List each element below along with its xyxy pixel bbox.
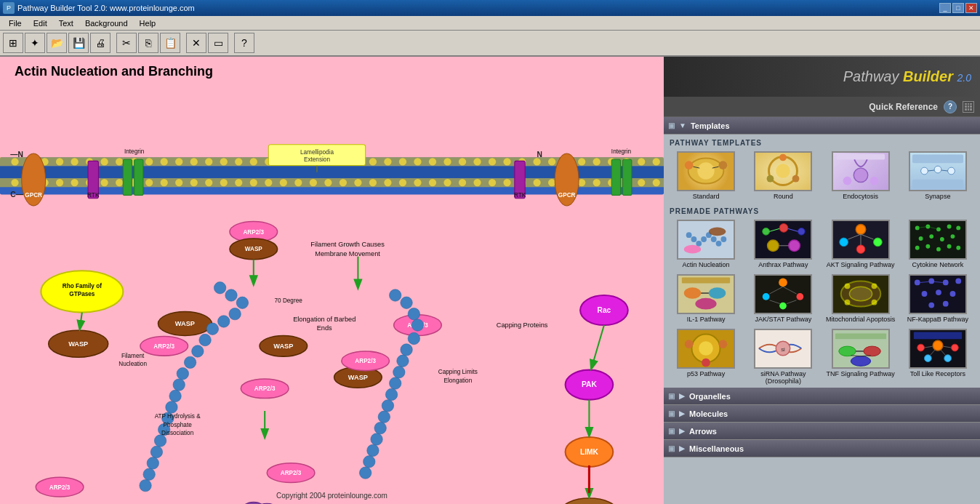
svg-point-279 [936, 227, 941, 231]
svg-point-4 [11, 158, 18, 165]
pb-header: Pathway Builder 2.0 [664, 57, 980, 97]
svg-point-254 [711, 236, 717, 242]
organelles-label: Organelles [689, 392, 731, 401]
premade-sirna[interactable]: si siRNA Pathway (Drosophila) [747, 329, 819, 385]
premade-akt[interactable]: AKT Signaling Pathway [824, 220, 897, 268]
svg-point-69 [324, 179, 332, 186]
svg-point-316 [915, 280, 920, 286]
premade-akt-label: AKT Signaling Pathway [827, 261, 895, 268]
svg-point-7 [56, 158, 63, 165]
close-button[interactable]: ✕ [965, 3, 977, 13]
help-button[interactable]: ? [234, 33, 254, 53]
menu-help[interactable]: Help [134, 18, 162, 28]
menu-text[interactable]: Text [53, 18, 79, 28]
svg-point-34 [459, 158, 466, 165]
menu-file[interactable]: File [3, 18, 28, 28]
organelles-section-header[interactable]: ▣ ▶ Organelles [664, 388, 980, 405]
svg-point-347 [933, 340, 943, 351]
svg-point-346 [917, 344, 925, 351]
template-round[interactable]: Round [747, 151, 819, 200]
grid-view-button[interactable] [963, 101, 974, 113]
grid-tool-button[interactable]: ⊞ [3, 33, 23, 53]
delete-button[interactable]: ✕ [186, 33, 206, 53]
svg-point-42 [578, 158, 585, 165]
svg-point-76 [429, 179, 436, 186]
premade-il1-label: IL-1 Pathway [687, 316, 726, 323]
svg-text:RTK: RTK [87, 192, 100, 199]
arrows-section-header[interactable]: ▣ ▶ Arrows [664, 423, 980, 440]
miscellaneous-section: ▣ ▶ Miscellaneous [664, 440, 980, 457]
premade-il1-img [677, 274, 735, 314]
svg-text:Dissociation: Dissociation [161, 430, 194, 436]
save-button[interactable]: 💾 [68, 33, 89, 53]
svg-point-324 [943, 301, 949, 307]
svg-point-30 [399, 158, 406, 165]
canvas-area[interactable]: Actin Nucleation and Branching [0, 57, 664, 504]
svg-point-160 [199, 334, 211, 345]
paste-button[interactable]: 📋 [160, 33, 180, 53]
premade-anthrax[interactable]: Anthrax Pathway [747, 220, 819, 268]
svg-point-17 [205, 158, 212, 165]
menu-background[interactable]: Background [79, 18, 134, 28]
copy-button[interactable]: ⎘ [138, 33, 158, 53]
svg-point-180 [397, 355, 409, 367]
panel-content[interactable]: ▣ ▼ Templates PATHWAY TEMPLATES [664, 117, 980, 504]
svg-text:WASP: WASP [348, 374, 368, 381]
minimize-button[interactable]: _ [939, 3, 951, 13]
print-button[interactable]: 🖨 [90, 33, 111, 53]
svg-point-269 [856, 225, 866, 235]
cut-button[interactable]: ✂ [116, 33, 137, 53]
svg-point-177 [411, 319, 423, 331]
menu-edit[interactable]: Edit [28, 18, 53, 28]
svg-point-339 [864, 346, 880, 356]
miscellaneous-section-header[interactable]: ▣ ▶ Miscellaneous [664, 440, 980, 457]
premade-toll[interactable]: Toll Like Receptors [901, 329, 974, 385]
svg-point-186 [374, 422, 386, 433]
svg-text:Elongation of Barbed: Elongation of Barbed [293, 316, 356, 323]
svg-point-317 [928, 279, 934, 284]
svg-point-282 [919, 236, 923, 241]
svg-point-176 [408, 308, 419, 319]
svg-point-158 [218, 316, 230, 327]
svg-point-172 [143, 468, 155, 480]
templates-section-header[interactable]: ▣ ▼ Templates [664, 117, 980, 135]
new-button[interactable]: ✦ [25, 33, 45, 53]
svg-point-175 [401, 297, 412, 308]
svg-point-243 [920, 167, 928, 175]
template-endocytosis-label: Endocytosis [843, 193, 878, 200]
svg-point-52 [71, 179, 78, 186]
template-endocytosis[interactable]: Endocytosis [824, 151, 897, 200]
help-circle-button[interactable]: ? [944, 100, 957, 113]
svg-text:ARP2/3: ARP2/3 [153, 343, 174, 350]
premade-cytokine[interactable]: Cytokine Network [901, 220, 974, 268]
premade-mito[interactable]: Mitochondrial Apoptosis [824, 274, 897, 323]
premade-toll-label: Toll Like Receptors [910, 370, 965, 377]
rectangle-button[interactable]: ▭ [208, 33, 228, 53]
svg-text:N: N [537, 151, 542, 159]
open-button[interactable]: 📂 [47, 33, 67, 53]
premade-actin-nucleation[interactable]: Actin Nucleation [670, 220, 742, 268]
svg-point-297 [696, 298, 717, 310]
svg-point-331 [719, 340, 728, 348]
premade-jak[interactable]: JAK/STAT Pathway [747, 274, 819, 323]
app-icon: P [3, 2, 15, 14]
template-synapse[interactable]: Synapse [901, 151, 974, 200]
svg-point-54 [100, 179, 108, 186]
premade-tnf[interactable]: TNF Signaling Pathway [824, 329, 897, 385]
molecules-section-header[interactable]: ▣ ▶ Molecules [664, 405, 980, 423]
svg-point-46 [638, 158, 645, 165]
svg-point-74 [399, 179, 406, 186]
svg-point-20 [250, 158, 257, 165]
svg-point-312 [871, 283, 877, 289]
svg-line-247 [941, 170, 948, 171]
premade-nfkb[interactable]: NF-KappaB Pathway [901, 274, 974, 323]
template-standard[interactable]: Standard [670, 151, 742, 200]
premade-p53[interactable]: p53 Pathway [670, 329, 742, 385]
svg-point-156 [236, 297, 248, 308]
maximize-button[interactable]: □ [952, 3, 964, 13]
svg-text:ARP2/3: ARP2/3 [254, 385, 276, 392]
svg-point-171 [147, 457, 158, 469]
premade-il1[interactable]: IL-1 Pathway [670, 274, 742, 323]
svg-point-281 [956, 226, 960, 231]
premade-cytokine-img [909, 220, 967, 260]
